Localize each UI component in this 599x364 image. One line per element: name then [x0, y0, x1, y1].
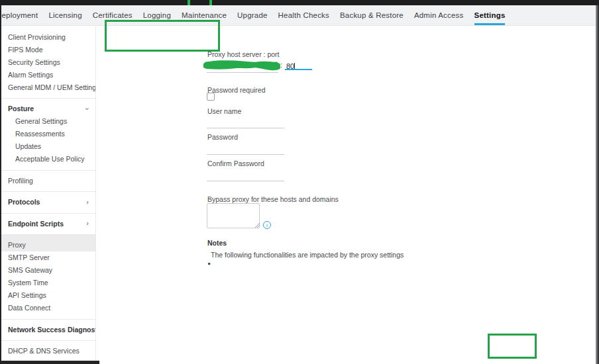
sidebar-item-label: Network Success Diagnostics: [8, 326, 96, 334]
sidebar-item[interactable]: Network Success Diagnostics ›: [1, 319, 95, 336]
proxy-settings-panel: Proxy host server : port : 80 Password r…: [97, 26, 596, 364]
sidebar-item-label: Acceptable Use Policy: [15, 155, 84, 163]
sidebar-item-label: FIPS Mode: [8, 46, 43, 54]
sidebar-item[interactable]: Acceptable Use Policy: [1, 153, 95, 165]
sidebar-item[interactable]: Alarm Settings: [1, 68, 95, 81]
password-required-label: Password required: [207, 86, 266, 94]
sidebar-item[interactable]: SMS Gateway: [1, 264, 95, 277]
settings-top-nav: Deployment Licensing Certificates Loggin…: [0, 5, 596, 26]
nav-tab[interactable]: Certificates: [93, 5, 133, 25]
window-left-edge: [0, 5, 1, 364]
nav-tab-label: Backup & Restore: [340, 11, 404, 19]
sidebar-item-label: Posture: [8, 105, 34, 113]
annotation-tick-mark: [188, 0, 190, 5]
info-icon[interactable]: i: [263, 221, 271, 229]
annotation-tick-mark: [209, 0, 212, 5]
sidebar-item[interactable]: API Settings: [1, 289, 95, 302]
redaction-scribble: [203, 60, 280, 71]
password-required-checkbox[interactable]: [207, 93, 215, 101]
sidebar-item-label: Security Settings: [8, 58, 60, 66]
notes-intro: The following functionalities are impact…: [207, 251, 486, 259]
sidebar-item-label: SMS Gateway: [8, 266, 52, 274]
nav-tab[interactable]: Settings: [474, 5, 506, 25]
nav-tab-label: Admin Access: [414, 11, 464, 19]
nav-tab[interactable]: Admin Access: [414, 5, 464, 25]
nav-tab[interactable]: Logging: [143, 5, 171, 25]
notes-title: Notes: [207, 239, 486, 247]
sidebar-item-label: Updates: [15, 142, 41, 150]
sidebar-item-label: Profiling: [8, 177, 33, 185]
proxy-host-port-label: Proxy host server : port: [207, 50, 280, 58]
sidebar-item[interactable]: FIPS Mode: [1, 43, 95, 56]
sidebar-item-label: API Settings: [8, 291, 46, 299]
nav-tab-label: Health Checks: [278, 11, 329, 19]
sidebar-item-label: Client Provisioning: [8, 33, 66, 41]
proxy-host-input[interactable]: [207, 72, 278, 73]
nav-tab[interactable]: Upgrade: [237, 5, 268, 25]
window-right-edge: [596, 5, 599, 364]
chevron-icon: ›: [86, 199, 89, 206]
chevron-icon: ›: [84, 107, 91, 110]
sidebar-item[interactable]: Data Connect: [1, 302, 95, 314]
confirm-password-label: Confirm Password: [207, 159, 264, 167]
sidebar-item-label: Alarm Settings: [8, 71, 53, 79]
window-top-bar: [0, 0, 599, 5]
nav-tab-label: Maintenance: [182, 11, 227, 19]
sidebar-item[interactable]: SMTP Server: [1, 251, 95, 264]
nav-tab[interactable]: Licensing: [48, 5, 82, 25]
bypass-proxy-textarea[interactable]: [207, 203, 260, 228]
sidebar-item[interactable]: Protocols ›: [1, 191, 95, 208]
host-port-separator: :: [280, 61, 282, 69]
sidebar-item-label: SMTP Server: [8, 253, 50, 261]
sidebar-item[interactable]: General MDM / UEM Settings: [1, 81, 95, 93]
sidebar-item-label: Reassessments: [15, 130, 65, 138]
nav-tab-label: Logging: [143, 11, 171, 19]
password-field[interactable]: [207, 144, 284, 155]
username-label: User name: [207, 107, 241, 115]
nav-tab[interactable]: Deployment: [0, 5, 38, 25]
nav-tab[interactable]: Maintenance: [182, 5, 227, 25]
sidebar-item-label: System Time: [8, 279, 48, 287]
confirm-password-field[interactable]: [207, 171, 284, 181]
notes-section: Notes The following functionalities are …: [207, 239, 486, 261]
sidebar-item[interactable]: System Time: [1, 277, 95, 289]
chevron-icon: ›: [86, 220, 89, 227]
sidebar-item[interactable]: Posture ›: [1, 98, 95, 115]
sidebar-item-label: Protocols: [8, 198, 40, 206]
username-field[interactable]: [207, 118, 284, 128]
nav-tab-label: Deployment: [0, 11, 38, 19]
sidebar-item[interactable]: Reassessments: [1, 128, 95, 140]
sidebar-item[interactable]: Proxy: [1, 234, 95, 251]
sidebar-item-label: Data Connect: [8, 304, 50, 312]
sidebar-item[interactable]: DHCP & DNS Services: [1, 340, 95, 357]
window-bottom-edge: [0, 361, 99, 364]
sidebar-item-label: DHCP & DNS Services: [8, 347, 80, 355]
nav-tab-label: Upgrade: [237, 11, 268, 19]
sidebar-item-label: General MDM / UEM Settings: [8, 83, 96, 91]
sidebar-item[interactable]: Updates: [1, 140, 95, 153]
nav-tab[interactable]: Backup & Restore: [340, 5, 404, 25]
sidebar-item-label: General Settings: [15, 117, 67, 125]
port-input-focus-underline: [285, 69, 312, 70]
sidebar-item[interactable]: Client Provisioning: [1, 30, 95, 43]
nav-tab-label: Settings: [474, 11, 506, 19]
nav-tab[interactable]: Health Checks: [278, 5, 329, 25]
sidebar-item[interactable]: General Settings: [1, 115, 95, 128]
nav-tab-label: Licensing: [48, 11, 82, 19]
password-label: Password: [207, 133, 238, 141]
sidebar-item-label: Proxy: [8, 241, 26, 249]
settings-sidebar: Client Provisioning FIPS Mode Security S…: [1, 26, 96, 361]
bypass-proxy-label: Bypass proxy for these hosts and domains: [207, 195, 339, 203]
sidebar-item[interactable]: Security Settings: [1, 56, 95, 68]
nav-tab-label: Certificates: [93, 11, 133, 19]
sidebar-item[interactable]: Endpoint Scripts ›: [1, 213, 95, 230]
sidebar-item-label: Endpoint Scripts: [8, 220, 64, 228]
sidebar-item[interactable]: Profiling: [1, 170, 95, 187]
